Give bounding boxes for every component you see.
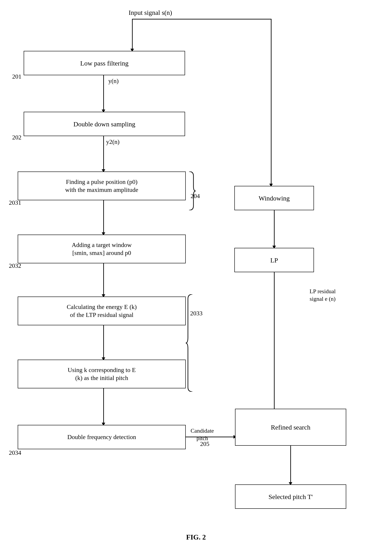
label-2034: 2034 bbox=[9, 449, 21, 456]
lp-residual-label: LP residual signal e (n) bbox=[310, 288, 336, 303]
initial-pitch-box: Using k corresponding to E (k) as the in… bbox=[18, 360, 186, 388]
arrow-lp-down bbox=[274, 272, 275, 431]
lp-box: LP bbox=[234, 248, 314, 272]
label-205: 205 bbox=[200, 440, 209, 447]
refined-search-box: Refined search bbox=[235, 409, 346, 446]
diagram: Input signal s(n) Low pass filtering 201… bbox=[0, 0, 392, 559]
arrow-lowpass-to-doubledown bbox=[103, 75, 104, 111]
arrow-pulse-to-target bbox=[103, 200, 104, 233]
arrow-energy-to-initial bbox=[103, 325, 104, 358]
arrow-windowing-to-lp bbox=[274, 210, 275, 247]
label-2031: 2031 bbox=[9, 199, 21, 206]
double-down-box: Double down sampling bbox=[24, 112, 185, 136]
arrow-target-to-energy bbox=[103, 263, 104, 295]
arrow-doubledown-to-pulse bbox=[103, 136, 104, 170]
pulse-position-box: Finding a pulse position (p0) with the m… bbox=[18, 171, 186, 200]
brace-2033 bbox=[186, 294, 195, 392]
label-2032: 2032 bbox=[9, 262, 21, 269]
candidate-pitch-label: Candidate pitch bbox=[191, 427, 214, 442]
arrow-input-to-lowpass bbox=[132, 19, 133, 50]
windowing-box: Windowing bbox=[234, 186, 314, 210]
input-signal-label: Input signal s(n) bbox=[106, 9, 195, 16]
fig2-label: FIG. 2 bbox=[0, 533, 392, 541]
y2n-label: y2(n) bbox=[106, 138, 120, 145]
arrow-to-refined bbox=[186, 437, 237, 437]
label-202: 202 bbox=[12, 134, 21, 141]
yn-label: y(n) bbox=[108, 77, 119, 84]
energy-box: Calculating the energy E (k) of the LTP … bbox=[18, 297, 186, 325]
selected-pitch-box: Selected pitch T' bbox=[235, 484, 346, 509]
arrow-right-branch-down bbox=[271, 19, 271, 185]
double-freq-box: Double frequency detection bbox=[18, 425, 186, 449]
arrow-input-right bbox=[132, 19, 271, 19]
target-window-box: Adding a target window [smin, smax] arou… bbox=[18, 234, 186, 263]
low-pass-box: Low pass filtering bbox=[24, 51, 185, 75]
brace-204 bbox=[187, 171, 196, 210]
arrow-initial-to-doublefreq bbox=[103, 388, 104, 424]
label-201: 201 bbox=[12, 73, 21, 80]
arrow-refined-to-selected bbox=[290, 446, 291, 483]
